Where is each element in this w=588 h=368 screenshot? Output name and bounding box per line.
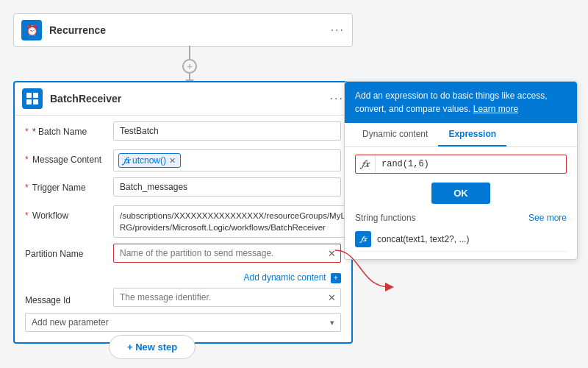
expression-panel: Add an expression to do basic things lik… (344, 81, 578, 260)
required-star: * (25, 127, 29, 137)
recurrence-block: ⏰ Recurrence ··· (13, 13, 353, 47)
message-content-row: * Message Content 𝑓𝑥 utcnow() ✕ (25, 149, 341, 171)
required-star2: * (25, 155, 29, 165)
func-concat-label: concat(text1, text2?, ...) (377, 234, 469, 244)
message-content-label: * Message Content (25, 149, 113, 165)
new-step-label: + New step (127, 342, 177, 353)
partition-input-wrap: ✕ (113, 244, 341, 263)
chevron-down-icon: ▾ (330, 318, 334, 328)
expression-fx-label: 𝑓𝑥 (356, 155, 376, 173)
required-star4: * (25, 210, 29, 221)
panel-header: Add an expression to do basic things lik… (345, 82, 577, 123)
expression-input-row: 𝑓𝑥 (355, 155, 567, 174)
batch-receiver-block: BatchReceiver ··· * * Batch Name * Messa… (13, 81, 353, 344)
recurrence-menu-button[interactable]: ··· (331, 24, 345, 37)
connector-line-bottom (189, 74, 190, 79)
trigger-name-row: * Trigger Name (25, 177, 341, 199)
partition-name-row: Partition Name ✕ (25, 244, 341, 266)
new-step-button[interactable]: + New step (109, 335, 196, 359)
learn-more-link[interactable]: Learn more (473, 104, 518, 114)
panel-header-text: Add an expression to do basic things lik… (355, 91, 547, 114)
batch-name-label: * * Batch Name (25, 121, 113, 137)
message-id-label: Message Id (25, 290, 113, 305)
trigger-name-input[interactable] (113, 177, 341, 197)
message-id-clear-button[interactable]: ✕ (323, 292, 340, 303)
workflow-row: * Workflow /subscriptions/XXXXXXXXXXXXXX… (25, 205, 341, 238)
tab-dynamic-content[interactable]: Dynamic content (352, 123, 438, 146)
connector-area: + (182, 46, 197, 85)
string-functions-section: String functions See more (355, 213, 567, 223)
message-id-input-wrap: ✕ (113, 288, 341, 307)
tab-expression[interactable]: Expression (438, 123, 506, 146)
plus-icon: + (187, 60, 193, 72)
add-param-label: Add new parameter (32, 317, 330, 328)
trigger-name-label: * Trigger Name (25, 177, 113, 193)
batch-form: * * Batch Name * Message Content 𝑓𝑥 utcn… (15, 116, 351, 342)
add-new-param-row[interactable]: Add new parameter ▾ (25, 313, 341, 332)
expr-close-button[interactable]: ✕ (169, 156, 176, 166)
add-dynamic-row: Add dynamic content + (25, 272, 341, 283)
fx-icon: 𝑓𝑥 (123, 155, 129, 166)
see-more-link[interactable]: See more (528, 213, 567, 223)
recurrence-icon: ⏰ (21, 20, 42, 40)
add-step-circle[interactable]: + (182, 59, 197, 74)
batch-icon (22, 88, 43, 109)
batch-name-input[interactable] (113, 121, 341, 141)
expression-area: 𝑓𝑥 OK String functions See more 𝑓𝑥 conca… (345, 147, 577, 259)
function-concat-item[interactable]: 𝑓𝑥 concat(text1, text2?, ...) (355, 227, 567, 252)
recurrence-title: Recurrence (49, 24, 323, 36)
svg-rect-2 (26, 99, 32, 105)
message-id-input[interactable] (114, 289, 323, 306)
add-dynamic-link[interactable]: Add dynamic content + (244, 272, 341, 283)
batch-menu-button[interactable]: ··· (330, 92, 344, 105)
svg-rect-1 (33, 93, 38, 98)
panel-tabs: Dynamic content Expression (345, 123, 577, 147)
expr-chip[interactable]: 𝑓𝑥 utcnow() ✕ (118, 153, 181, 168)
partition-name-label: Partition Name (25, 244, 113, 259)
connector-line-top (189, 46, 190, 59)
partition-name-input[interactable] (114, 244, 323, 262)
batch-name-row: * * Batch Name (25, 121, 341, 144)
partition-clear-button[interactable]: ✕ (323, 248, 340, 259)
expr-value: utcnow() (132, 155, 166, 166)
func-fx-icon: 𝑓𝑥 (355, 231, 371, 247)
message-content-field[interactable]: 𝑓𝑥 utcnow() ✕ (113, 149, 341, 171)
message-id-row: Message Id ✕ (25, 288, 341, 307)
ok-button[interactable]: OK (431, 183, 490, 204)
svg-rect-3 (33, 99, 38, 105)
svg-rect-0 (26, 93, 32, 98)
add-dynamic-icon: + (331, 273, 341, 283)
required-star3: * (25, 183, 29, 193)
batch-title: BatchReceiver (50, 93, 323, 105)
expression-text-input[interactable] (376, 155, 566, 173)
batch-header: BatchReceiver ··· (15, 82, 351, 116)
workflow-label: * Workflow (25, 205, 113, 221)
